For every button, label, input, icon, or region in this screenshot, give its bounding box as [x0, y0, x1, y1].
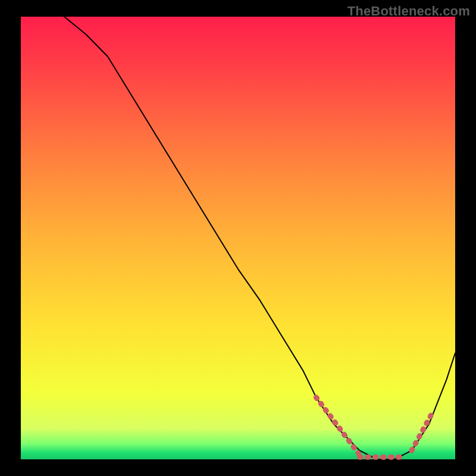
bottleneck-chart — [0, 0, 476, 476]
watermark-text: TheBottleneck.com — [347, 4, 470, 19]
chart-frame: TheBottleneck.com — [0, 0, 476, 476]
plot-background — [21, 17, 455, 459]
